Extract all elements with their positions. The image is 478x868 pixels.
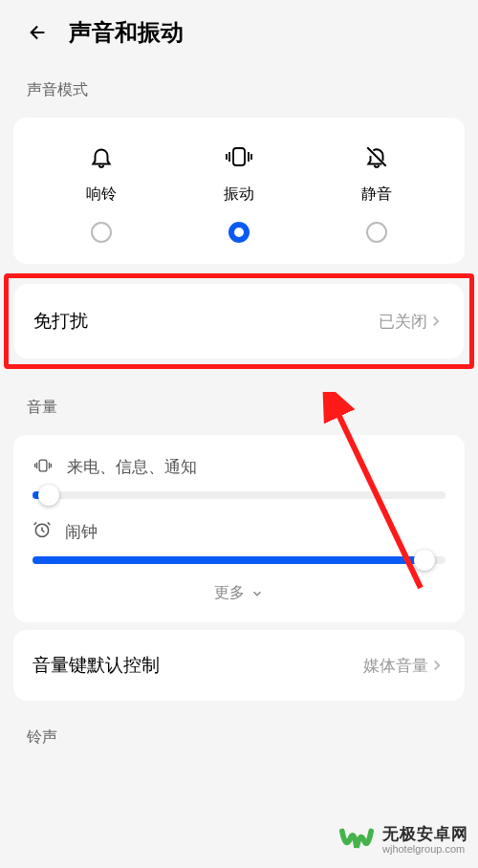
sound-mode-card: 响铃 振动 静音 — [13, 118, 465, 264]
volume-alarm-label: 闹钟 — [65, 521, 98, 543]
radio-silent[interactable] — [366, 222, 387, 243]
vibrate-small-icon — [33, 457, 54, 478]
volume-key-row[interactable]: 音量键默认控制 媒体音量 — [13, 630, 465, 701]
mode-silent-label: 静音 — [361, 184, 392, 205]
clock-icon — [33, 520, 52, 543]
watermark-cn: 无极安卓网 — [382, 826, 468, 844]
vibrate-icon — [223, 142, 255, 171]
mode-vibrate[interactable]: 振动 — [196, 142, 282, 243]
radio-ring[interactable] — [91, 222, 112, 243]
chevron-right-icon — [428, 657, 445, 674]
radio-vibrate[interactable] — [228, 222, 250, 243]
volume-key-label: 音量键默认控制 — [33, 653, 160, 678]
section-ringtone: 铃声 — [0, 708, 478, 757]
volume-card: 来电、信息、通知 闹钟 更多 — [13, 435, 465, 622]
chevron-down-icon — [250, 587, 264, 600]
chevron-right-icon — [427, 313, 445, 330]
volume-alarm: 闹钟 — [33, 499, 445, 564]
volume-key-value: 媒体音量 — [363, 655, 428, 677]
back-button[interactable] — [25, 19, 52, 46]
watermark-en: wjhotelgroup.com — [382, 843, 468, 855]
svg-rect-0 — [233, 148, 245, 165]
mode-vibrate-label: 振动 — [224, 184, 254, 205]
watermark: 无极安卓网 wjhotelgroup.com — [338, 822, 468, 858]
bell-icon — [89, 142, 114, 171]
volume-ringtone-label: 来电、信息、通知 — [67, 456, 197, 478]
mode-ring-label: 响铃 — [86, 184, 117, 205]
dnd-row[interactable]: 免打扰 已关闭 — [14, 284, 464, 358]
section-volume: 音量 — [0, 379, 478, 427]
slider-alarm[interactable] — [33, 556, 445, 564]
mode-ring[interactable]: 响铃 — [58, 142, 144, 243]
volume-ringtone: 来电、信息、通知 — [33, 435, 445, 499]
watermark-logo-icon — [338, 822, 375, 858]
volume-more[interactable]: 更多 — [33, 564, 445, 605]
mode-silent[interactable]: 静音 — [334, 142, 420, 243]
slider-ringtone[interactable] — [33, 491, 445, 499]
bell-off-icon — [364, 142, 389, 171]
volume-more-label: 更多 — [214, 583, 245, 603]
page-title: 声音和振动 — [69, 17, 184, 48]
dnd-value: 已关闭 — [379, 311, 427, 333]
svg-rect-1 — [39, 460, 47, 471]
section-sound-mode: 声音模式 — [0, 61, 478, 110]
dnd-label: 免打扰 — [33, 309, 88, 334]
annotation-highlight: 免打扰 已关闭 — [4, 273, 474, 369]
